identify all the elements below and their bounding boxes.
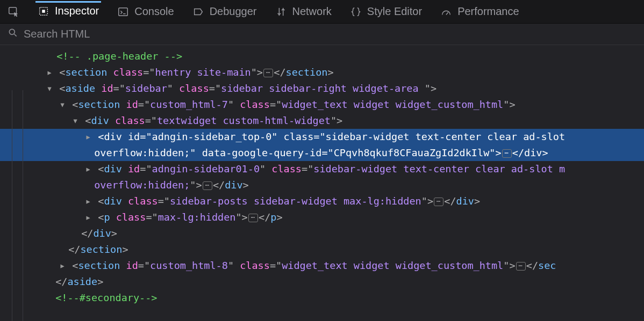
tree-row-div-adngin-top[interactable]: ▸ <div id="adngin-sidebar_top-0" class="… <box>0 129 644 145</box>
tab-label: Performance <box>457 5 519 18</box>
html-search-bar[interactable] <box>0 24 644 45</box>
tree-row-close-aside[interactable]: </aside> <box>0 274 644 290</box>
tree-row-div-adngin-top-cont[interactable]: overflow:hidden;" data-google-query-id="… <box>0 145 644 161</box>
tab-performance[interactable]: Performance <box>438 2 521 21</box>
tree-row-section-custom8[interactable]: ▸ <section id="custom_html-8" class="wid… <box>0 258 644 274</box>
style-editor-icon <box>350 6 362 18</box>
tree-row-section-custom7[interactable]: ▾ <section id="custom_html-7" class="wid… <box>0 97 644 113</box>
devtools-toolbar: Inspector Console Debugger Network Style… <box>0 0 644 24</box>
svg-rect-3 <box>119 8 128 16</box>
ellipsis-icon[interactable]: ⋯ <box>434 198 443 206</box>
tab-style-editor[interactable]: Style Editor <box>348 2 424 21</box>
inspector-icon <box>38 5 49 17</box>
console-icon <box>117 6 129 18</box>
expand-icon[interactable]: ▸ <box>84 161 92 177</box>
svg-point-4 <box>9 29 15 34</box>
tree-row-comment-secondary[interactable]: <!--#secondary--> <box>0 290 644 306</box>
dom-tree[interactable]: <!-- .page-header --> ▸ <section class="… <box>0 45 644 306</box>
tab-label: Inspector <box>55 5 99 17</box>
tree-row-aside-sidebar[interactable]: ▾ <aside id="sidebar" class="sidebar sid… <box>0 81 644 97</box>
tab-label: Console <box>134 5 174 18</box>
tree-row-comment-truncated[interactable]: <!-- .page-header --> <box>0 48 644 64</box>
tree-row-p-maxlg[interactable]: ▸ <p class="max-lg:hidden">⋯</p> <box>0 209 644 225</box>
ellipsis-icon[interactable]: ⋯ <box>516 262 526 271</box>
tab-console[interactable]: Console <box>115 2 176 21</box>
expand-icon[interactable]: ▸ <box>59 258 66 274</box>
collapse-icon[interactable]: ▾ <box>71 113 79 129</box>
expand-icon[interactable]: ▸ <box>84 129 92 145</box>
tree-row-close-section7[interactable]: </section> <box>0 242 644 258</box>
tree-row-section-hentry[interactable]: ▸ <section class="hentry site-main">⋯</s… <box>0 64 644 81</box>
expand-icon[interactable]: ▸ <box>46 64 53 81</box>
expand-icon[interactable]: ▸ <box>84 209 92 225</box>
svg-rect-2 <box>42 10 45 13</box>
element-picker-button[interactable] <box>5 3 22 21</box>
search-icon <box>8 27 18 41</box>
tab-inspector[interactable]: Inspector <box>35 1 101 20</box>
comment-text: <!-- .page-header --> <box>56 50 182 62</box>
ellipsis-icon[interactable]: ⋯ <box>203 181 212 190</box>
tab-label: Debugger <box>210 5 257 18</box>
pointer-icon <box>8 6 19 18</box>
ellipsis-icon[interactable]: ⋯ <box>502 149 512 158</box>
search-input[interactable] <box>24 28 636 40</box>
debugger-icon <box>192 6 204 18</box>
collapse-icon[interactable]: ▾ <box>59 97 66 113</box>
ellipsis-icon[interactable]: ⋯ <box>263 69 273 77</box>
performance-icon <box>440 6 452 18</box>
tab-label: Network <box>292 5 332 18</box>
tab-label: Style Editor <box>367 5 422 18</box>
collapse-icon[interactable]: ▾ <box>46 81 53 97</box>
ellipsis-icon[interactable]: ⋯ <box>248 214 258 222</box>
tab-debugger[interactable]: Debugger <box>190 2 259 21</box>
tree-row-div-textwidget[interactable]: ▾ <div class="textwidget custom-html-wid… <box>0 113 644 129</box>
tab-network[interactable]: Network <box>273 2 334 21</box>
expand-icon[interactable]: ▸ <box>84 193 92 209</box>
tree-row-div-adngin01[interactable]: ▸ <div id="adngin-sidebar01-0" class="si… <box>0 161 644 177</box>
network-icon <box>275 6 287 18</box>
tree-row-close-div-textwidget[interactable]: </div> <box>0 225 644 242</box>
tree-row-div-adngin01-cont[interactable]: overflow:hidden;">⋯</div> <box>0 177 644 193</box>
tree-row-div-sidebar-posts[interactable]: ▸ <div class="sidebar-posts sidebar-widg… <box>0 193 644 209</box>
